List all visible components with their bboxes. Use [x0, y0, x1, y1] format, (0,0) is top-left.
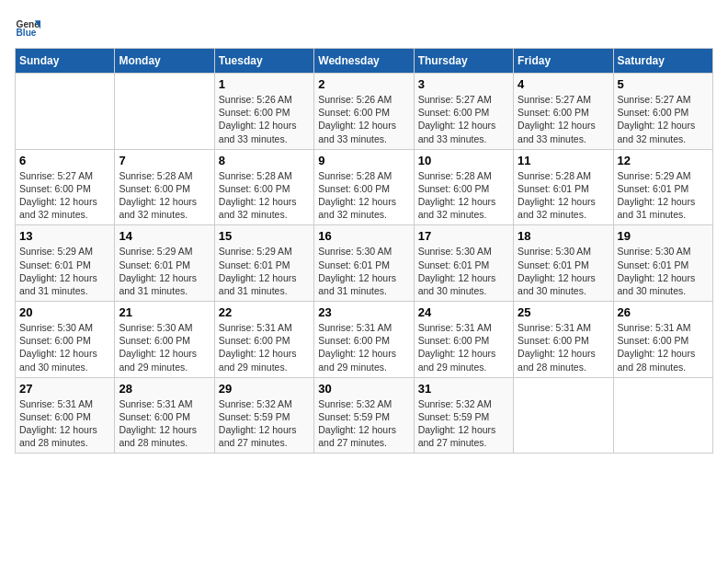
svg-text:Blue: Blue	[17, 28, 37, 38]
day-number: 8	[219, 154, 310, 167]
calendar-cell: 12Sunrise: 5:29 AMSunset: 6:01 PMDayligh…	[613, 149, 712, 225]
day-number: 13	[19, 229, 110, 243]
calendar-cell	[115, 74, 214, 150]
day-number: 26	[618, 305, 709, 319]
weekday-header: Sunday	[16, 49, 115, 74]
calendar-cell: 30Sunrise: 5:32 AMSunset: 5:59 PMDayligh…	[314, 377, 414, 454]
logo-icon: General Blue	[15, 15, 40, 40]
day-number: 11	[518, 154, 609, 167]
weekday-header: Saturday	[613, 49, 712, 74]
calendar-cell: 15Sunrise: 5:29 AMSunset: 6:01 PMDayligh…	[214, 225, 313, 302]
day-number: 12	[618, 154, 709, 167]
logo: General Blue	[15, 15, 42, 40]
day-info: Sunrise: 5:31 AMSunset: 6:00 PMDaylight:…	[119, 397, 210, 450]
calendar-cell: 27Sunrise: 5:31 AMSunset: 6:00 PMDayligh…	[16, 377, 115, 454]
calendar-cell: 28Sunrise: 5:31 AMSunset: 6:00 PMDayligh…	[115, 377, 214, 454]
day-number: 5	[618, 77, 709, 91]
day-info: Sunrise: 5:30 AMSunset: 6:01 PMDaylight:…	[318, 245, 409, 297]
calendar-cell: 26Sunrise: 5:31 AMSunset: 6:00 PMDayligh…	[613, 302, 712, 378]
day-info: Sunrise: 5:26 AMSunset: 6:00 PMDaylight:…	[318, 93, 409, 145]
weekday-header: Wednesday	[314, 49, 414, 74]
day-info: Sunrise: 5:31 AMSunset: 6:00 PMDaylight:…	[219, 321, 310, 373]
calendar-cell: 3Sunrise: 5:27 AMSunset: 6:00 PMDaylight…	[414, 74, 513, 150]
day-number: 22	[219, 305, 310, 319]
calendar-cell: 16Sunrise: 5:30 AMSunset: 6:01 PMDayligh…	[314, 225, 414, 302]
day-number: 24	[418, 305, 509, 319]
day-info: Sunrise: 5:28 AMSunset: 6:00 PMDaylight:…	[119, 169, 210, 222]
calendar-cell: 19Sunrise: 5:30 AMSunset: 6:01 PMDayligh…	[613, 225, 712, 302]
day-info: Sunrise: 5:28 AMSunset: 6:00 PMDaylight:…	[318, 169, 409, 222]
day-number: 3	[418, 77, 509, 91]
day-info: Sunrise: 5:29 AMSunset: 6:01 PMDaylight:…	[219, 245, 310, 297]
day-info: Sunrise: 5:31 AMSunset: 6:00 PMDaylight:…	[318, 321, 409, 373]
day-info: Sunrise: 5:27 AMSunset: 6:00 PMDaylight:…	[418, 93, 509, 145]
day-number: 7	[119, 154, 210, 167]
calendar-cell: 23Sunrise: 5:31 AMSunset: 6:00 PMDayligh…	[314, 302, 414, 378]
day-info: Sunrise: 5:31 AMSunset: 6:00 PMDaylight:…	[418, 321, 509, 373]
day-info: Sunrise: 5:29 AMSunset: 6:01 PMDaylight:…	[19, 245, 110, 297]
day-number: 15	[219, 229, 310, 243]
weekday-header: Tuesday	[214, 49, 313, 74]
day-info: Sunrise: 5:32 AMSunset: 5:59 PMDaylight:…	[418, 397, 509, 450]
day-info: Sunrise: 5:30 AMSunset: 6:00 PMDaylight:…	[119, 321, 210, 373]
calendar-cell: 24Sunrise: 5:31 AMSunset: 6:00 PMDayligh…	[414, 302, 513, 378]
day-number: 10	[418, 154, 509, 167]
day-number: 6	[19, 154, 110, 167]
day-number: 2	[318, 77, 409, 91]
calendar-cell: 5Sunrise: 5:27 AMSunset: 6:00 PMDaylight…	[613, 74, 712, 150]
calendar-cell: 11Sunrise: 5:28 AMSunset: 6:01 PMDayligh…	[514, 149, 613, 225]
calendar-cell: 8Sunrise: 5:28 AMSunset: 6:00 PMDaylight…	[214, 149, 313, 225]
calendar-cell	[16, 74, 115, 150]
calendar-cell: 13Sunrise: 5:29 AMSunset: 6:01 PMDayligh…	[16, 225, 115, 302]
day-info: Sunrise: 5:31 AMSunset: 6:00 PMDaylight:…	[518, 321, 609, 373]
day-number: 4	[518, 77, 609, 91]
calendar-cell: 25Sunrise: 5:31 AMSunset: 6:00 PMDayligh…	[514, 302, 613, 378]
calendar-cell: 21Sunrise: 5:30 AMSunset: 6:00 PMDayligh…	[115, 302, 214, 378]
day-info: Sunrise: 5:32 AMSunset: 5:59 PMDaylight:…	[219, 397, 310, 450]
day-info: Sunrise: 5:31 AMSunset: 6:00 PMDaylight:…	[19, 397, 110, 450]
day-number: 25	[518, 305, 609, 319]
day-number: 9	[318, 154, 409, 167]
weekday-header: Monday	[115, 49, 214, 74]
calendar-cell: 14Sunrise: 5:29 AMSunset: 6:01 PMDayligh…	[115, 225, 214, 302]
calendar-cell: 6Sunrise: 5:27 AMSunset: 6:00 PMDaylight…	[16, 149, 115, 225]
calendar-cell: 1Sunrise: 5:26 AMSunset: 6:00 PMDaylight…	[214, 74, 313, 150]
day-info: Sunrise: 5:31 AMSunset: 6:00 PMDaylight:…	[618, 321, 709, 373]
calendar-cell	[514, 377, 613, 454]
day-number: 20	[19, 305, 110, 319]
calendar-cell: 22Sunrise: 5:31 AMSunset: 6:00 PMDayligh…	[214, 302, 313, 378]
day-number: 19	[618, 229, 709, 243]
day-info: Sunrise: 5:27 AMSunset: 6:00 PMDaylight:…	[518, 93, 609, 145]
day-info: Sunrise: 5:27 AMSunset: 6:00 PMDaylight:…	[618, 93, 709, 145]
day-number: 23	[318, 305, 409, 319]
day-info: Sunrise: 5:29 AMSunset: 6:01 PMDaylight:…	[618, 169, 709, 222]
day-number: 18	[518, 229, 609, 243]
day-number: 21	[119, 305, 210, 319]
day-info: Sunrise: 5:30 AMSunset: 6:01 PMDaylight:…	[418, 245, 509, 297]
calendar-cell: 4Sunrise: 5:27 AMSunset: 6:00 PMDaylight…	[514, 74, 613, 150]
day-number: 30	[318, 382, 409, 396]
day-info: Sunrise: 5:26 AMSunset: 6:00 PMDaylight:…	[219, 93, 310, 145]
day-info: Sunrise: 5:28 AMSunset: 6:00 PMDaylight:…	[418, 169, 509, 222]
day-number: 28	[119, 382, 210, 396]
calendar-cell: 10Sunrise: 5:28 AMSunset: 6:00 PMDayligh…	[414, 149, 513, 225]
calendar-cell: 17Sunrise: 5:30 AMSunset: 6:01 PMDayligh…	[414, 225, 513, 302]
calendar-cell: 2Sunrise: 5:26 AMSunset: 6:00 PMDaylight…	[314, 74, 414, 150]
page-header: General Blue	[15, 15, 713, 40]
day-number: 1	[219, 77, 310, 91]
day-info: Sunrise: 5:30 AMSunset: 6:00 PMDaylight:…	[19, 321, 110, 373]
day-info: Sunrise: 5:32 AMSunset: 5:59 PMDaylight:…	[318, 397, 409, 450]
day-info: Sunrise: 5:28 AMSunset: 6:00 PMDaylight:…	[219, 169, 310, 222]
day-info: Sunrise: 5:29 AMSunset: 6:01 PMDaylight:…	[119, 245, 210, 297]
calendar-cell: 9Sunrise: 5:28 AMSunset: 6:00 PMDaylight…	[314, 149, 414, 225]
day-number: 17	[418, 229, 509, 243]
weekday-header: Thursday	[414, 49, 513, 74]
day-info: Sunrise: 5:30 AMSunset: 6:01 PMDaylight:…	[618, 245, 709, 297]
calendar-cell: 18Sunrise: 5:30 AMSunset: 6:01 PMDayligh…	[514, 225, 613, 302]
day-number: 14	[119, 229, 210, 243]
day-info: Sunrise: 5:27 AMSunset: 6:00 PMDaylight:…	[19, 169, 110, 222]
day-info: Sunrise: 5:28 AMSunset: 6:01 PMDaylight:…	[518, 169, 609, 222]
day-number: 16	[318, 229, 409, 243]
calendar-cell: 29Sunrise: 5:32 AMSunset: 5:59 PMDayligh…	[214, 377, 313, 454]
calendar-cell: 7Sunrise: 5:28 AMSunset: 6:00 PMDaylight…	[115, 149, 214, 225]
